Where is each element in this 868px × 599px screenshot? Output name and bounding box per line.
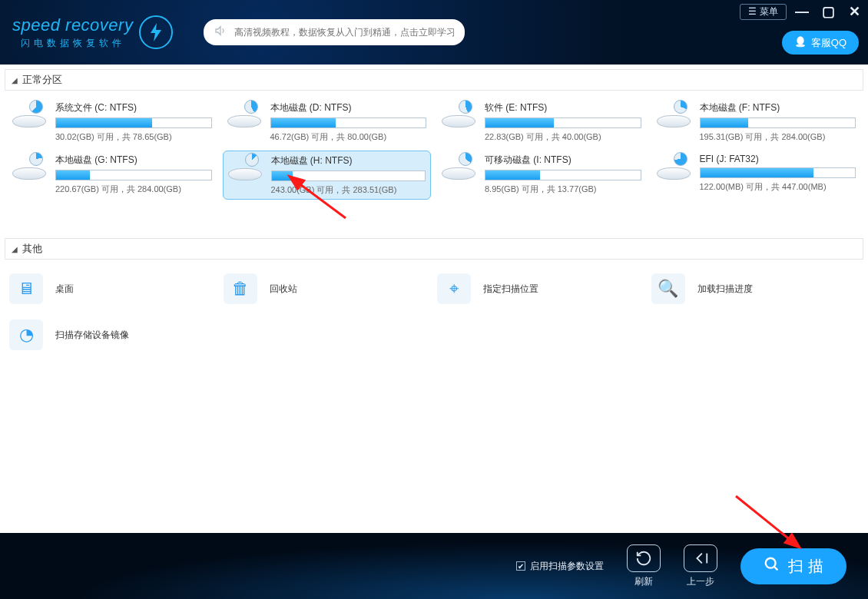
drive-icon <box>657 104 692 127</box>
desktop-icon: 🖥 <box>9 273 43 304</box>
partition-stats: 122.00(MB) 可用，共 447.00(MB) <box>700 181 856 193</box>
enable-scan-params-checkbox[interactable]: ✔ 启用扫描参数设置 <box>516 560 604 573</box>
svg-point-2 <box>766 558 776 568</box>
partition-item[interactable]: 系统文件 (C: NTFS) 30.02(GB) 可用，共 78.65(GB) <box>8 98 217 146</box>
partition-stats: 195.31(GB) 可用，共 284.00(GB) <box>700 131 856 143</box>
partition-title: 本地磁盘 (F: NTFS) <box>700 101 856 114</box>
partition-title: 可移动磁盘 (I: NTFS) <box>485 154 641 167</box>
customer-service-button[interactable]: 客服QQ <box>782 31 859 55</box>
partition-title: 本地磁盘 (D: NTFS) <box>270 101 427 114</box>
partition-item[interactable]: 本地磁盘 (G: NTFS) 220.67(GB) 可用，共 284.00(GB… <box>8 151 217 200</box>
usage-bar <box>271 170 426 181</box>
drive-icon <box>228 157 263 180</box>
partition-title: 软件 (E: NTFS) <box>485 101 641 114</box>
tutorial-text[interactable] <box>234 27 454 38</box>
other-label: 桌面 <box>55 283 74 296</box>
other-grid: 🖥 桌面🗑 回收站⌖ 指定扫描位置🔍 加载扫描进度◔ 扫描存储设备镜像 <box>5 260 863 364</box>
partitions-title: 正常分区 <box>22 73 62 87</box>
load-icon: 🔍 <box>651 273 685 304</box>
partition-item[interactable]: 可移动磁盘 (I: NTFS) 8.95(GB) 可用，共 13.77(GB) <box>437 151 646 200</box>
partition-item[interactable]: 软件 (E: NTFS) 22.83(GB) 可用，共 40.00(GB) <box>437 98 646 146</box>
trash-icon: 🗑 <box>224 273 257 304</box>
svg-point-1 <box>796 44 805 47</box>
other-item[interactable]: 🖥 桌面 <box>9 273 217 304</box>
hamburger-icon: ☰ <box>748 6 757 17</box>
drive-icon <box>12 157 48 180</box>
svg-line-3 <box>774 566 778 570</box>
other-item[interactable]: ◔ 扫描存储设备镜像 <box>9 319 217 350</box>
footer: ✔ 启用扫描参数设置 刷新 上一步 扫 描 <box>0 533 868 599</box>
partition-item[interactable]: 本地磁盘 (D: NTFS) 46.72(GB) 可用，共 80.00(GB) <box>223 98 432 146</box>
drive-icon <box>442 157 477 180</box>
partition-stats: 220.67(GB) 可用，共 284.00(GB) <box>55 184 212 195</box>
usage-bar <box>700 117 856 128</box>
drive-icon <box>227 104 263 127</box>
logo: speed recovery 闪电数据恢复软件 <box>12 15 173 50</box>
partition-stats: 46.72(GB) 可用，共 80.00(GB) <box>270 131 427 143</box>
usage-bar <box>55 170 212 180</box>
partition-item[interactable]: 本地磁盘 (F: NTFS) 195.31(GB) 可用，共 284.00(GB… <box>652 98 861 146</box>
other-item[interactable]: 🔍 加载扫描进度 <box>651 273 860 304</box>
other-item[interactable]: 🗑 回收站 <box>224 273 432 304</box>
other-label: 扫描存储设备镜像 <box>55 329 129 342</box>
other-item[interactable]: ⌖ 指定扫描位置 <box>437 273 645 304</box>
other-label: 加载扫描进度 <box>697 283 753 296</box>
partition-stats: 22.83(GB) 可用，共 40.00(GB) <box>485 131 641 143</box>
collapse-icon: ◢ <box>12 245 18 253</box>
image-scan-icon: ◔ <box>9 319 43 350</box>
partition-stats: 8.95(GB) 可用，共 13.77(GB) <box>485 184 641 195</box>
partition-title: EFI (J: FAT32) <box>700 154 856 164</box>
other-title: 其他 <box>22 242 42 256</box>
bolt-icon <box>139 15 173 49</box>
checkbox-icon: ✔ <box>516 561 525 571</box>
svg-point-0 <box>797 36 803 45</box>
partition-title: 系统文件 (C: NTFS) <box>55 101 212 114</box>
drive-icon <box>442 104 477 127</box>
logo-subtitle: 闪电数据恢复软件 <box>12 37 133 50</box>
other-label: 回收站 <box>270 283 297 296</box>
other-section-header[interactable]: ◢ 其他 <box>5 238 863 260</box>
partition-stats: 243.00(GB) 可用，共 283.51(GB) <box>271 184 426 196</box>
drive-icon <box>12 104 48 127</box>
usage-bar <box>700 167 856 178</box>
maximize-button[interactable]: ▢ <box>817 3 839 20</box>
partition-title: 本地磁盘 (G: NTFS) <box>55 154 212 167</box>
other-label: 指定扫描位置 <box>483 283 538 296</box>
partition-stats: 30.02(GB) 可用，共 78.65(GB) <box>55 131 212 143</box>
usage-bar <box>270 117 427 128</box>
menu-button[interactable]: ☰ 菜单 <box>740 4 787 20</box>
usage-bar <box>485 117 641 128</box>
partition-item[interactable]: 本地磁盘 (H: NTFS) 243.00(GB) 可用，共 283.51(GB… <box>223 151 432 200</box>
minimize-button[interactable]: — <box>791 4 813 20</box>
tutorial-banner[interactable] <box>204 19 465 45</box>
app-header: speed recovery 闪电数据恢复软件 ☰ 菜单 — ▢ ✕ 客服QQ <box>0 0 868 65</box>
logo-title: speed recovery <box>12 15 133 35</box>
qq-icon <box>794 35 807 50</box>
main-content: ◢ 正常分区 系统文件 (C: NTFS) 30.02(GB) 可用，共 78.… <box>0 65 868 533</box>
usage-bar <box>485 170 641 180</box>
refresh-button[interactable]: 刷新 <box>627 544 661 588</box>
back-icon <box>684 544 717 572</box>
collapse-icon: ◢ <box>12 76 18 84</box>
drive-icon <box>657 157 692 180</box>
partitions-section-header[interactable]: ◢ 正常分区 <box>5 69 863 91</box>
close-button[interactable]: ✕ <box>843 3 865 20</box>
partition-grid: 系统文件 (C: NTFS) 30.02(GB) 可用，共 78.65(GB) … <box>5 91 863 207</box>
speaker-icon <box>214 25 227 40</box>
search-icon <box>764 556 780 577</box>
target-icon: ⌖ <box>437 273 471 304</box>
scan-button[interactable]: 扫 描 <box>740 548 846 584</box>
refresh-icon <box>627 544 661 572</box>
back-button[interactable]: 上一步 <box>684 544 717 588</box>
partition-title: 本地磁盘 (H: NTFS) <box>271 154 426 167</box>
usage-bar <box>55 117 212 128</box>
partition-item[interactable]: EFI (J: FAT32) 122.00(MB) 可用，共 447.00(MB… <box>652 151 861 200</box>
